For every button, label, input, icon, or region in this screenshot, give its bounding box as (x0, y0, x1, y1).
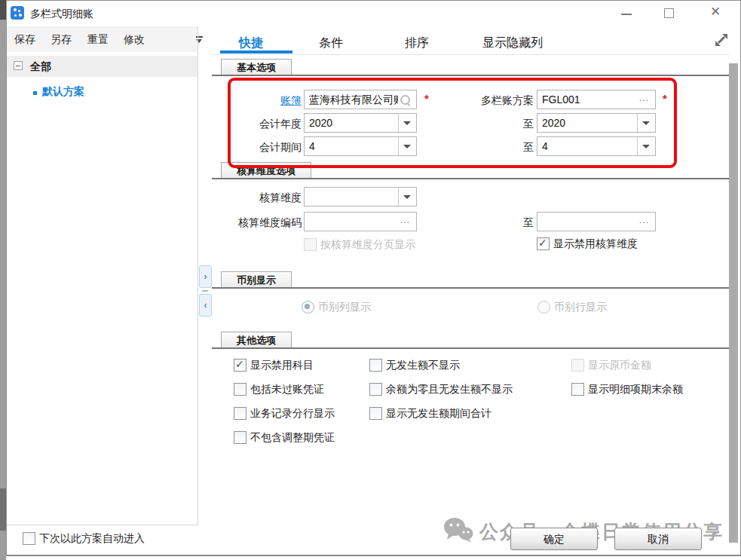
scrollbar[interactable] (729, 63, 738, 543)
scheme-label: 多栏账方案 (451, 94, 534, 108)
splitter-handle[interactable] (202, 290, 208, 292)
cancel-button[interactable]: 取消 (614, 528, 702, 550)
ellipsis-icon[interactable]: … (638, 91, 650, 103)
toolbar: 保存 另存 重置 修改 (7, 26, 197, 52)
checkbox-icon (571, 359, 584, 372)
tab-quick[interactable]: 快捷 (239, 35, 263, 51)
chevron-down-icon[interactable] (637, 114, 655, 132)
to-label: 至 (490, 216, 534, 230)
fiscal-year-to-select[interactable]: 2020 (537, 113, 656, 133)
window-title: 多栏式明细账 (30, 8, 93, 21)
period-to-value: 4 (542, 140, 637, 152)
to-label: 至 (490, 141, 534, 155)
tab-sort[interactable]: 排序 (405, 35, 429, 51)
section-line-basic (212, 75, 729, 76)
dimension-code-to-input[interactable]: … (537, 212, 656, 231)
dimension-select[interactable] (304, 187, 417, 207)
period-from-value: 4 (309, 140, 398, 152)
checkbox-label: 业务记录分行显示 (250, 407, 335, 421)
checkbox-icon (234, 359, 246, 372)
fiscal-year-from-select[interactable]: 2020 (304, 113, 417, 133)
checkbox-label: 显示无发生额期间合计 (386, 407, 491, 421)
modify-button[interactable]: 修改 (124, 33, 145, 47)
ledger-value: 蓝海科技有限公司账簿 (309, 93, 398, 107)
search-icon[interactable] (400, 95, 410, 105)
checkbox-label: 显示禁用核算维度 (553, 237, 638, 251)
checkbox-icon (369, 383, 382, 396)
checkbox-label: 无发生额不显示 (386, 359, 460, 372)
ok-button[interactable]: 确定 (510, 528, 598, 550)
checkbox-icon (369, 407, 382, 420)
splitter-expand-button[interactable]: › (199, 265, 212, 288)
scheme-input[interactable]: FGL001 … (537, 90, 656, 109)
tree-bottom-border (7, 525, 197, 525)
chevron-down-icon[interactable] (637, 137, 655, 155)
required-marker: * (424, 92, 429, 105)
tree-root-label[interactable]: 全部 (30, 60, 51, 74)
section-line-dimension (212, 178, 729, 179)
close-button[interactable]: ✕ (707, 4, 724, 20)
section-header-currency: 币别显示 (221, 271, 292, 288)
checkbox-label: 显示原币金额 (588, 359, 651, 372)
ellipsis-icon[interactable]: … (638, 213, 650, 225)
radio-label: 币别行显示 (554, 301, 607, 314)
checkbox-label: 下次以此方案自动进入 (39, 532, 145, 546)
splitter-collapse-button[interactable]: ‹ (199, 294, 212, 317)
required-marker: * (663, 92, 667, 105)
checkbox-label: 显示明细项期末余额 (588, 383, 683, 396)
tab-show-hide-columns[interactable]: 显示隐藏列 (482, 35, 543, 51)
reset-button[interactable]: 重置 (87, 33, 109, 47)
section-line-other (212, 347, 729, 349)
save-button[interactable]: 保存 (14, 33, 35, 47)
radio-label: 币别列显示 (318, 301, 371, 314)
tabs-divider (212, 54, 729, 55)
dimension-code-from-input[interactable]: … (304, 212, 417, 231)
fiscal-year-label: 会计年度 (215, 118, 302, 131)
panel-divider (197, 26, 198, 525)
checkbox-icon (23, 532, 35, 545)
minimize-button[interactable] (621, 14, 632, 15)
maximize-button[interactable] (664, 8, 674, 18)
window-bottom-border (6, 555, 741, 556)
ledger-link-label[interactable]: 账簿 (215, 94, 302, 108)
tree-collapse-icon[interactable] (14, 61, 23, 70)
ellipsis-icon[interactable]: … (400, 213, 411, 225)
checkbox-label: 包括未过账凭证 (250, 383, 324, 396)
tab-condition[interactable]: 条件 (319, 35, 343, 51)
checkbox-label: 余额为零且无发生额不显示 (386, 383, 513, 396)
background-window-edge-top-dark (0, 0, 6, 20)
ledger-input[interactable]: 蓝海科技有限公司账簿 (304, 90, 417, 109)
checkbox-icon (234, 431, 246, 444)
dimension-label: 核算维度 (215, 191, 302, 205)
chevron-down-icon[interactable] (398, 188, 416, 206)
background-window-edge-thumb (0, 488, 6, 531)
wechat-icon (443, 517, 473, 543)
section-line-currency (212, 287, 729, 289)
checkbox-icon (234, 407, 246, 420)
period-from-select[interactable]: 4 (304, 136, 417, 156)
dimension-code-label: 核算维度编码 (211, 216, 302, 230)
checkbox-label: 按核算维度分页显示 (320, 238, 415, 252)
checkbox-icon (571, 383, 584, 396)
chevron-down-icon[interactable] (398, 114, 416, 132)
save-as-button[interactable]: 另存 (51, 33, 72, 47)
checkbox-icon (234, 383, 246, 396)
checkbox-icon (304, 238, 317, 251)
scheme-value: FGL001 (542, 93, 637, 106)
app-logo-icon (11, 6, 24, 20)
fiscal-year-to-value: 2020 (542, 117, 637, 129)
radio-icon (537, 301, 550, 314)
period-to-select[interactable]: 4 (537, 136, 656, 156)
period-label: 会计期间 (215, 141, 302, 155)
tree-item-default-plan[interactable]: 默认方案 (42, 85, 84, 99)
checkbox-icon (537, 237, 550, 250)
checkbox-label: 不包含调整期凭证 (250, 431, 335, 445)
checkbox-icon (369, 359, 382, 372)
fiscal-year-from-value: 2020 (309, 117, 398, 129)
active-tab-underline (220, 50, 292, 54)
chevron-down-icon[interactable] (398, 137, 416, 155)
background-window-edge-left (0, 0, 6, 560)
section-header-basic: 基本选项 (221, 59, 292, 75)
section-header-other: 其他选项 (221, 332, 292, 348)
expand-icon[interactable] (715, 33, 728, 47)
